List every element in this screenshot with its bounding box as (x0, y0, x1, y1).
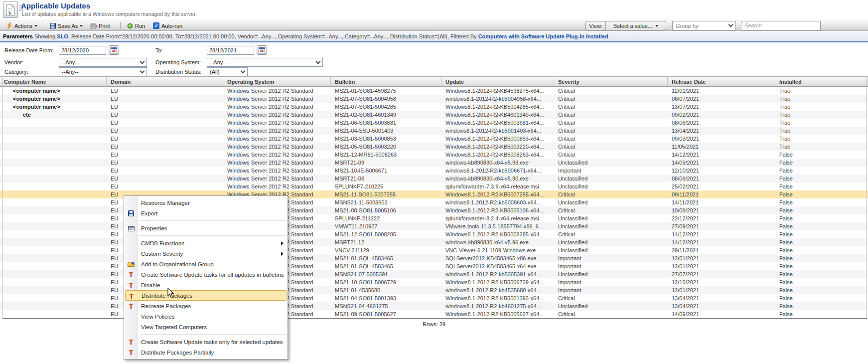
actions-button[interactable]: Actions (4, 21, 39, 30)
column-header-operating-system[interactable]: Operating System (223, 77, 331, 86)
column-header-installed[interactable]: Installed (775, 77, 868, 86)
menu-separator (140, 220, 287, 221)
toolbar: Actions Save As Print Run ✓ Auto-run Vie… (0, 20, 868, 31)
save-as-button[interactable]: Save As (48, 21, 85, 30)
column-header-release-date[interactable]: Release Date (668, 77, 775, 86)
column-header-severity[interactable]: Severity (554, 77, 668, 86)
table-row[interactable]: EUWindows Server 2012 R2 StandardMSRT21-… (0, 175, 868, 182)
menu-item-distribute-packages[interactable]: Distribute Packages (125, 290, 287, 301)
cell-update: windows8.1-2012-R2-kb5006671-x64... (441, 167, 554, 175)
menu-item-custom-severity[interactable]: Custom Severity (124, 248, 288, 259)
cell-severity: Critical (554, 95, 668, 103)
view-value-text: Select a value... (613, 23, 652, 29)
table-row[interactable]: EUWindows Server 2012 R2 StandardMS21-03… (0, 135, 868, 143)
vendor-select[interactable]: --Any-- (59, 58, 147, 67)
run-button[interactable]: Run (125, 21, 147, 30)
cell-update: windows8.1-2012-R2-kb5008603-x64... (441, 198, 554, 206)
menu-item-disable[interactable]: Disable (124, 280, 288, 290)
calendar-to-button[interactable] (257, 45, 267, 55)
cell-severity: Unclassified (554, 182, 668, 190)
table-row[interactable]: EUWindows Server 2012 R2 StandardMS21-06… (0, 119, 868, 127)
menu-item-properties[interactable]: Properties (124, 223, 288, 233)
column-header-bulletin[interactable]: Bulletin (331, 77, 441, 86)
checked-checkbox-icon[interactable]: ✓ (153, 22, 159, 29)
print-button[interactable]: Print (88, 21, 112, 30)
mouse-cursor (167, 288, 174, 298)
table-row[interactable]: EUWindows Server 2012 R2 StandardMSRT21-… (0, 159, 868, 167)
category-value: --Any-- (62, 69, 79, 75)
release-date-from-input[interactable]: 28/12/2020 (59, 46, 106, 55)
cell-computer-name: etc (0, 111, 107, 119)
cell-release-date: 27/09/2021 (668, 222, 775, 230)
cell-release-date: 09/03/2021 (668, 135, 775, 143)
cell-bulletin: MS21-04-SSU-5001403 (331, 127, 441, 135)
table-row[interactable]: <computer name>EUWindows Server 2012 R2 … (0, 87, 868, 95)
table-row[interactable]: <computer name>EUWindows Server 2012 R2 … (0, 95, 868, 103)
parameters-filter-link[interactable]: Computers with Software Update Plug-in I… (478, 33, 608, 39)
cell-domain: EU (107, 119, 223, 127)
table-row[interactable]: EUWindows Server 2012 R2 StandardSPLUNKF… (0, 182, 868, 190)
table-row[interactable]: <computer name>EUWindows Server 2012 R2 … (0, 103, 868, 111)
column-header-update[interactable]: Update (441, 77, 554, 86)
menu-separator (140, 235, 287, 236)
menu-item-create-software-update-tasks-for-all-updates-in-bulletins[interactable]: Create Software Update tasks for all upd… (124, 269, 288, 280)
menu-item-view-policies[interactable]: View Policies (124, 311, 288, 322)
menu-item-view-targeted-computers[interactable]: View Targeted Computers (124, 322, 288, 332)
cell-installed: True (775, 111, 868, 119)
search-input[interactable]: Search (741, 21, 821, 30)
cell-severity: Important (554, 262, 668, 270)
cell-computer-name (0, 206, 107, 214)
table-row[interactable]: etcEUWindows Server 2012 R2 StandardMS21… (0, 111, 868, 119)
cell-computer-name (0, 222, 107, 230)
auto-run-toggle[interactable]: ✓ Auto-run (151, 21, 184, 30)
menu-item-distribute-packages-partially[interactable]: Distribute Packages Partially (124, 347, 288, 358)
menu-item-add-to-organizational-group[interactable]: Add to Organizational Group (124, 259, 288, 269)
release-date-to-input[interactable]: 28/12/2021 (207, 46, 254, 55)
cell-update: Windows8.1-2012-R2-KB5005106-x64... (441, 206, 554, 214)
category-select[interactable]: --Any-- (59, 67, 147, 76)
cell-bulletin: SPLUNKF-211222 (331, 214, 441, 222)
column-header-domain[interactable]: Domain (107, 77, 223, 86)
cell-update: Windows8.1-2012-R2-KB5000853-x64... (441, 135, 554, 143)
cell-computer-name (0, 286, 107, 294)
category-label: Category: (4, 69, 28, 75)
menu-item-recreate-packages[interactable]: Recreate Packages (124, 301, 288, 311)
caret-down-icon (655, 25, 658, 27)
menu-item-create-software-update-tasks-only-for-selected-updates[interactable]: Create Software Update tasks only for se… (124, 337, 288, 347)
cell-operating-system: Windows Server 2012 R2 Standard (223, 119, 331, 127)
report-icon[interactable] (3, 1, 18, 18)
menu-item-label: Export (141, 210, 157, 216)
cell-computer-name (0, 246, 107, 254)
cell-installed: True (775, 87, 868, 95)
table-row[interactable]: EUWindows Server 2012 R2 StandardMS21-12… (0, 151, 868, 159)
cell-bulletin: MS21-04-SO81-5001393 (331, 294, 441, 302)
cell-computer-name (0, 302, 107, 310)
cell-bulletin: MS21-10-SO81-5006729 (331, 278, 441, 286)
calendar-from-button[interactable] (109, 45, 119, 55)
cell-release-date: 13/04/2021 (668, 294, 775, 302)
cell-bulletin: MS21-11-SO81-5007255 (331, 190, 441, 198)
cell-operating-system: Windows Server 2012 R2 Standard (223, 167, 331, 175)
cell-bulletin: MS21-08-SO81-5005106 (331, 206, 441, 214)
cell-update: splunkforwarder-8.2.4-x64-release.msi (441, 214, 554, 222)
distribution-status-select[interactable]: (All) (207, 67, 248, 76)
table-row[interactable]: EUWindows Server 2012 R2 StandardMS21-04… (0, 127, 868, 135)
distribution-status-label: Distribution Status: (155, 69, 201, 75)
column-header-computer-name[interactable]: Computer Name (0, 77, 107, 86)
cell-release-date: 12/01/2021 (668, 286, 775, 294)
cell-bulletin: MS21-06-SO81-5003681 (331, 119, 441, 127)
cell-operating-system: Windows Server 2012 R2 Standard (223, 159, 331, 167)
table-row[interactable]: EUWindows Server 2012 R2 StandardMS21-10… (0, 167, 868, 175)
menu-item-export[interactable]: Export (124, 208, 288, 218)
group-by-dropdown[interactable]: Group by: (672, 21, 736, 30)
table-row[interactable]: EUWindows Server 2012 R2 StandardMS21-05… (0, 143, 868, 151)
menu-item-resource-manager[interactable]: Resource Manager (124, 197, 288, 208)
view-value-dropdown[interactable]: Select a value... (606, 21, 666, 30)
cell-domain: EU (107, 167, 223, 175)
cell-severity: Important (554, 167, 668, 175)
menu-item-cmdb-functions[interactable]: CMDB Functions (124, 238, 288, 248)
parameters-scope: SLO (57, 33, 68, 39)
operating-system-select[interactable]: --Any-- (207, 58, 323, 67)
cell-release-date: 10/08/2021 (668, 206, 775, 214)
cell-bulletin: MS21-03-SO81-5000853 (331, 135, 441, 143)
